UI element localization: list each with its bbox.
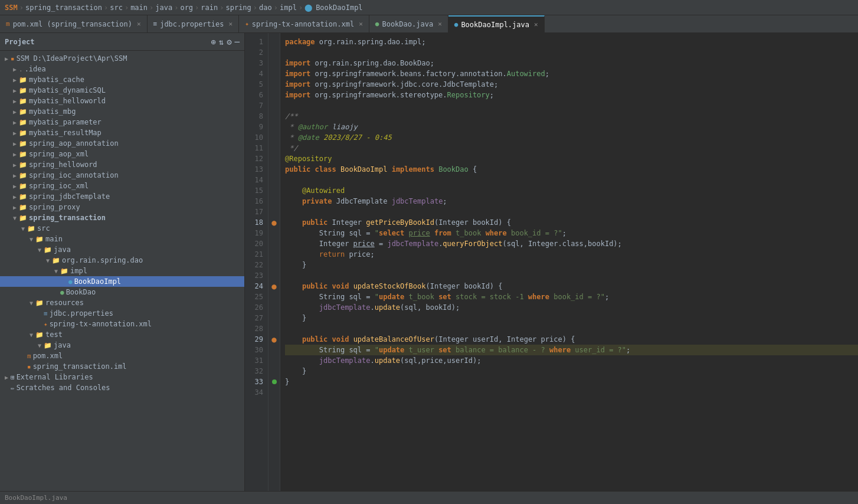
tree-label-resources: resources [45, 299, 84, 307]
tab-close-bookdao[interactable]: ✕ [438, 20, 442, 28]
tab-jdbc[interactable]: ≡ jdbc.properties ✕ [148, 15, 240, 32]
tree-label-spring-transaction-iml: spring_transaction.iml [33, 362, 127, 371]
tree-item-mybatis-cache[interactable]: ▶ 📁 mybatis_cache [0, 74, 244, 85]
tree-item-spring-aop-xml[interactable]: ▶ 📁 spring_aop_xml [0, 149, 244, 159]
code-line-3: import org.rain.spring.dao.BookDao; [285, 58, 858, 68]
breadcrumb-main[interactable]: main [130, 4, 148, 12]
tree-item-spring-transaction[interactable]: ▼ 📁 spring_transaction [0, 212, 244, 223]
tree-item-java[interactable]: ▼ 📁 java [0, 244, 244, 255]
code-line-9: * @author liaojy [285, 122, 858, 132]
code-line-15: @Autowired [285, 185, 858, 196]
tab-close-bookdaoimpl[interactable]: ✕ [534, 21, 538, 28]
tree-item-test[interactable]: ▼ 📁 test [0, 329, 244, 340]
tree-item-bookdaoimpl[interactable]: ● BookDaoImpl [0, 276, 244, 287]
tab-icon-pom: m [6, 20, 10, 28]
breadcrumb-rain[interactable]: rain [201, 4, 218, 12]
code-line-16: private JdbcTemplate jdbcTemplate; [285, 196, 858, 207]
breadcrumb-src[interactable]: src [110, 4, 123, 12]
tree-label-src: src [37, 224, 50, 233]
tree-item-spring-transaction-iml[interactable]: ▪ spring_transaction.iml [0, 361, 244, 372]
tree-label-mybatis-cache: mybatis_cache [29, 76, 84, 84]
tree-label-mybatis-mbg: mybatis_mbg [29, 107, 76, 116]
tree-item-test-java[interactable]: ▼ 📁 java [0, 340, 244, 351]
tree-label-pom-xml: pom.xml [33, 352, 63, 360]
tree-item-scratches[interactable]: ✏ Scratches and Consoles [0, 382, 244, 393]
tree-item-org-rain[interactable]: ▼ 📁 org.rain.spring.dao [0, 255, 244, 266]
tree-label-mybatis-dynamicsql: mybatis_dynamicSQL [29, 86, 106, 94]
bottom-bar: BookDaoImpl.java [0, 491, 858, 504]
tree-label-spring-tx-xml: spring-tx-annotation.xml [50, 320, 152, 328]
tree-item-jdbc-properties[interactable]: ≡ jdbc.properties [0, 308, 244, 319]
code-line-18: public Integer getPriceByBookId(Integer … [285, 217, 858, 228]
breadcrumb-project[interactable]: spring_transaction [25, 4, 102, 12]
tree-item-main[interactable]: ▼ 📁 main [0, 234, 244, 244]
breadcrumb-filename: BookDaoImpl [316, 4, 362, 12]
tree-label-mybatis-helloworld: mybatis_helloworld [29, 97, 106, 105]
tree-item-spring-tx-xml[interactable]: ✦ spring-tx-annotation.xml [0, 319, 244, 329]
tree-item-spring-jdbctemplate[interactable]: ▶ 📁 spring_jdbcTemplate [0, 191, 244, 202]
code-line-1: package org.rain.spring.dao.impl; [285, 37, 858, 47]
code-line-25: String sql = "update t_book set stock = … [285, 292, 858, 302]
tab-close-pom[interactable]: ✕ [137, 20, 141, 28]
tree-item-mybatis-resultmap[interactable]: ▶ 📁 mybatis_resultMap [0, 127, 244, 138]
tree-label-spring-aop-annotation: spring_aop_annotation [29, 139, 119, 148]
tab-label-spring-tx: spring-tx-annotation.xml [252, 20, 354, 28]
breadcrumb-impl[interactable]: impl [280, 4, 297, 12]
tab-bookdao[interactable]: ● BookDao.java ✕ [369, 15, 448, 32]
sidebar-icon-gear[interactable]: ⚙ [227, 37, 231, 47]
code-line-8: /** [285, 111, 858, 122]
sidebar-title: Project [5, 38, 35, 46]
code-line-34 [285, 387, 858, 398]
code-line-26: jdbcTemplate.update(sql, bookId); [285, 302, 858, 313]
tree-item-src[interactable]: ▼ 📁 src [0, 223, 244, 234]
sidebar: Project ⊕ ⇅ ⚙ ─ ▶ ▪ SSM D:\IdeaProject\A… [0, 33, 245, 491]
sidebar-tree: ▶ ▪ SSM D:\IdeaProject\Apr\SSM ▶ . .idea… [0, 51, 244, 491]
tree-item-external-libraries[interactable]: ▶ ⊞ External Libraries [0, 372, 244, 382]
tree-item-spring-helloword[interactable]: ▶ 📁 spring_helloword [0, 159, 244, 170]
tree-label-spring-aop-xml: spring_aop_xml [29, 150, 89, 158]
breadcrumb: SSM › spring_transaction › src › main › … [0, 0, 858, 15]
tree-item-mybatis-dynamicsql[interactable]: ▶ 📁 mybatis_dynamicSQL [0, 85, 244, 96]
tree-label-mybatis-resultmap: mybatis_resultMap [29, 129, 101, 137]
tree-item-mybatis-helloworld[interactable]: ▶ 📁 mybatis_helloworld [0, 96, 244, 106]
code-line-21: return price; [285, 249, 858, 260]
code-line-17 [285, 207, 858, 217]
tab-close-spring-tx[interactable]: ✕ [359, 20, 363, 28]
sidebar-icons: ⊕ ⇅ ⚙ ─ [211, 37, 240, 47]
tab-spring-tx[interactable]: ✦ spring-tx-annotation.xml ✕ [239, 15, 369, 32]
line-numbers: 1 2 3 4 5 6 7 8 9 10 11 12 13 14 15 16 1… [245, 33, 268, 491]
tree-item-bookdao[interactable]: ● BookDao [0, 287, 244, 297]
sidebar-icon-sort[interactable]: ⇅ [219, 37, 224, 47]
tab-bookdaoimpl[interactable]: ● BookDaoImpl.java ✕ [448, 15, 545, 32]
breadcrumb-dao[interactable]: dao [259, 4, 272, 12]
tab-pom[interactable]: m pom.xml (spring_transaction) ✕ [0, 15, 148, 32]
gutter: ● ● ● [268, 33, 280, 491]
tree-item-resources[interactable]: ▼ 📁 resources [0, 297, 244, 308]
tree-label-external-libraries: External Libraries [17, 373, 93, 381]
tree-label-scratches: Scratches and Consoles [17, 384, 110, 392]
tabs-bar: m pom.xml (spring_transaction) ✕ ≡ jdbc.… [0, 15, 858, 33]
breadcrumb-java[interactable]: java [155, 4, 172, 12]
sidebar-icon-globe[interactable]: ⊕ [211, 37, 215, 47]
tree-item-spring-ioc-annotation[interactable]: ▶ 📁 spring_ioc_annotation [0, 170, 244, 181]
tree-item-impl[interactable]: ▼ 📁 impl [0, 266, 244, 276]
breadcrumb-org[interactable]: org [180, 4, 193, 12]
tab-label-jdbc: jdbc.properties [160, 20, 224, 28]
breadcrumb-ssm[interactable]: SSM [5, 4, 18, 12]
breadcrumb-spring[interactable]: spring [225, 4, 251, 12]
code-line-2 [285, 47, 858, 58]
tab-icon-bookdaoimpl: ● [454, 21, 459, 28]
code-area[interactable]: package org.rain.spring.dao.impl; import… [280, 33, 858, 491]
tree-item-mybatis-mbg[interactable]: ▶ 📁 mybatis_mbg [0, 106, 244, 117]
tree-label-bookdao: BookDao [66, 288, 96, 296]
tree-item-spring-proxy[interactable]: ▶ 📁 spring_proxy [0, 202, 244, 212]
sidebar-icon-minimize[interactable]: ─ [235, 37, 240, 47]
tab-close-jdbc[interactable]: ✕ [229, 20, 233, 28]
tree-item-idea[interactable]: ▶ . .idea [0, 64, 244, 74]
tree-label-java: java [54, 246, 71, 254]
tree-item-mybatis-parameter[interactable]: ▶ 📁 mybatis_parameter [0, 117, 244, 127]
tree-item-pom-xml[interactable]: m pom.xml [0, 351, 244, 361]
tree-item-spring-ioc-xml[interactable]: ▶ 📁 spring_ioc_xml [0, 181, 244, 191]
tree-item-ssm[interactable]: ▶ ▪ SSM D:\IdeaProject\Apr\SSM [0, 53, 244, 64]
tree-item-spring-aop-annotation[interactable]: ▶ 📁 spring_aop_annotation [0, 138, 244, 149]
